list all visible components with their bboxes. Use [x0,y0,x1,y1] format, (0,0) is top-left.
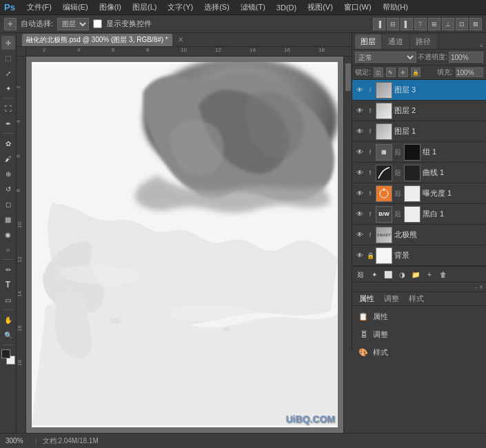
menu-image[interactable]: 图像(I) [97,2,123,12]
color-swatches[interactable] [1,349,15,365]
layer-visibility-icon[interactable]: 👁 [355,168,365,178]
add-group-btn[interactable]: 📁 [410,269,421,280]
eraser-tool[interactable]: ◻ [1,197,15,211]
text-tool[interactable]: T [1,278,15,292]
blur-tool[interactable]: ◉ [1,227,15,241]
properties-item-2[interactable]: 🎛 调整 [355,327,483,342]
tab-properties[interactable]: 属性 [355,292,378,305]
layer-row[interactable]: 👁 f ▦ ⛓ 组 1 [352,142,486,163]
menu-help[interactable]: 帮助(H) [381,2,410,12]
close-tab-btn[interactable]: ✕ [178,36,183,43]
menu-text[interactable]: 文字(Y) [165,2,195,12]
dodge-tool[interactable]: ○ [1,243,15,256]
layer-link-icon[interactable]: f [367,210,374,219]
gradient-tool[interactable]: ▦ [1,212,15,226]
layer-link-icon[interactable]: f [367,85,374,95]
add-mask-btn[interactable]: ⬜ [383,269,394,280]
tab-channels[interactable]: 通道 [383,34,409,49]
layer-link-icon[interactable]: f [367,147,374,157]
layer-link-icon[interactable]: f [367,168,374,178]
menu-filter[interactable]: 滤镜(T) [239,2,267,12]
layer-row[interactable]: 👁 f 图层 2 [352,101,486,121]
tab-paths[interactable]: 路径 [410,34,436,49]
menu-select[interactable]: 选择(S) [202,2,232,12]
layer-visibility-icon[interactable]: 👁 [355,251,365,261]
history-brush-tool[interactable]: ↺ [1,182,15,196]
lock-position-btn[interactable]: ✛ [398,68,408,77]
layer-row[interactable]: 👁 f 图层 1 [352,121,486,142]
lock-transparent-btn[interactable]: ◫ [374,68,383,77]
tab-layers[interactable]: 图层 [355,34,381,49]
add-layer-btn[interactable]: + [424,269,435,280]
link-layers-btn[interactable]: ⛓ [355,269,366,280]
layer-visibility-icon[interactable]: 👁 [355,85,365,95]
vertical-scroll-thumb[interactable] [345,63,351,91]
align-hcenter-btn[interactable]: ⊟ [387,18,399,30]
layer-visibility-icon[interactable]: 👁 [355,147,365,157]
panel-collapse-icon[interactable]: ≡ [480,43,483,49]
active-tab-label[interactable]: 融化的北极熊.psd @ 300% (图层 3, RGB/8#) * [22,34,172,46]
layer-row[interactable]: 👁 f ⛓ 曝光度 1 [352,183,486,204]
brush-tool[interactable]: 🖌 [1,152,15,165]
layer-visibility-icon[interactable]: 👁 [355,127,365,136]
marquee-tool[interactable]: ⬚ [1,51,15,65]
opacity-input[interactable] [449,52,483,63]
pen-tool[interactable]: ✏ [1,263,15,276]
canvas-viewport[interactable]: UiBQ.COM [26,57,343,433]
move-tool[interactable]: ✛ [1,36,15,50]
magic-wand-tool[interactable]: ✦ [1,81,15,95]
fill-input[interactable] [456,68,483,77]
vertical-scrollbar[interactable] [343,57,352,433]
menu-view[interactable]: 视图(V) [305,2,335,12]
lock-all-btn[interactable]: 🔒 [411,68,421,77]
align-right-btn[interactable]: ▌ [401,18,413,30]
spot-heal-tool[interactable]: ✿ [1,136,15,150]
layer-row[interactable]: 👁 f ⛓ 曲线 1 [352,163,486,183]
menu-window[interactable]: 窗口(W) [342,2,374,12]
layer-row[interactable]: 👁 🔒 背景 [352,245,486,266]
add-adjustment-btn[interactable]: ◑ [396,269,407,280]
menu-file[interactable]: 文件(F) [25,2,54,12]
move-tool-icon[interactable]: ✛ [4,18,17,30]
layer-row[interactable]: 👁 f B/W ⛓ 黑白 1 [352,204,486,225]
properties-item-3[interactable]: 🎨 样式 [355,345,483,360]
crop-tool[interactable]: ⛶ [1,101,15,115]
eyedropper-tool[interactable]: ✒ [1,116,15,130]
layer-link-icon[interactable]: f [367,189,374,198]
align-left-btn[interactable]: ▐ [373,18,385,30]
layer-link-icon[interactable]: f [367,230,374,240]
layer-link-icon[interactable]: f [367,127,374,136]
layer-visibility-icon[interactable]: 👁 [355,210,365,219]
layer-link-icon[interactable]: f [367,106,374,116]
shape-tool[interactable]: ▭ [1,293,15,307]
ruler-mark-9: 18 [318,47,325,53]
auto-select-dropdown[interactable]: 图层 [57,18,89,30]
layer-visibility-icon[interactable]: 👁 [355,230,365,240]
distribute2-btn[interactable]: ⊠ [469,18,482,30]
hand-tool[interactable]: ✋ [1,313,15,327]
menu-layer[interactable]: 图层(L) [130,2,159,12]
tab-styles[interactable]: 样式 [405,292,428,305]
layer-visibility-icon[interactable]: 👁 [355,106,365,116]
layer-visibility-icon[interactable]: 👁 [355,189,365,198]
add-style-btn[interactable]: ✦ [369,269,380,280]
lock-pixels-btn[interactable]: ✎ [386,68,396,77]
blend-mode-dropdown[interactable]: 正常 [355,52,416,63]
align-bottom-btn[interactable]: ⊥ [442,18,454,30]
mini-panel-collapse[interactable]: - × [475,283,483,291]
align-top-btn[interactable]: ⊤ [414,18,427,30]
tab-adjustments[interactable]: 调整 [380,292,403,305]
menu-3d[interactable]: 3D(D) [274,3,298,12]
zoom-tool[interactable]: 🔍 [1,328,15,342]
distribute-btn[interactable]: ⊡ [456,18,468,30]
show-transform-checkbox[interactable] [93,19,102,28]
layer-row[interactable]: 👁 f 图层 3 [352,80,486,101]
align-vcenter-btn[interactable]: ⊞ [428,18,441,30]
menu-edit[interactable]: 编辑(E) [61,2,90,12]
properties-item-1[interactable]: 📋 属性 [355,309,483,324]
lasso-tool[interactable]: ⤢ [1,66,15,80]
delete-layer-btn[interactable]: 🗑 [438,269,449,280]
foreground-color[interactable] [1,349,10,358]
layer-row[interactable]: 👁 f SMART 北极熊 [352,225,486,245]
stamp-tool[interactable]: ⊕ [1,167,15,181]
